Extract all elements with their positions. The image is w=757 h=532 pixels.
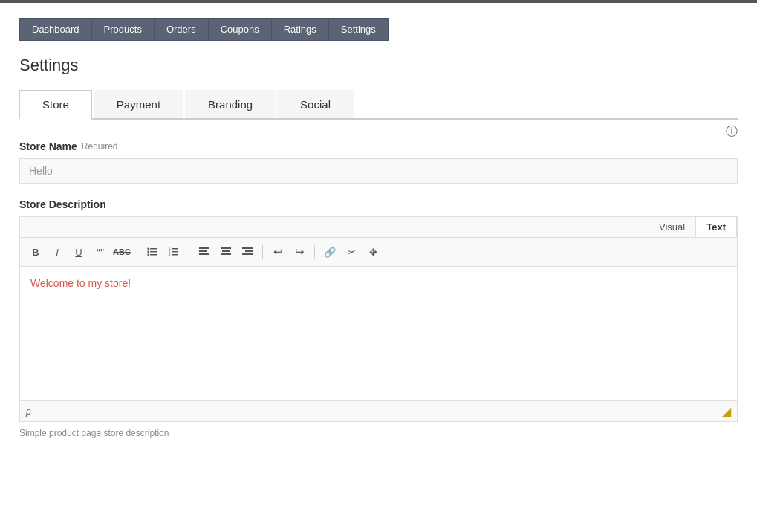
editor-tab-visual[interactable]: Visual: [649, 217, 695, 237]
bold-button[interactable]: B: [26, 242, 45, 262]
svg-text:3.: 3.: [169, 253, 171, 256]
svg-point-4: [147, 251, 149, 253]
toolbar-sep-4: [314, 245, 315, 259]
svg-rect-17: [221, 253, 231, 255]
svg-point-3: [147, 248, 149, 250]
nav-item-ratings[interactable]: Ratings: [271, 18, 328, 41]
tab-branding[interactable]: Branding: [185, 90, 276, 118]
svg-rect-15: [221, 247, 231, 249]
svg-rect-8: [172, 254, 178, 256]
editor-wrapper: Visual Text B I U “” ABC: [19, 216, 738, 422]
store-desc-label: Store Description: [19, 198, 738, 210]
align-left-button[interactable]: [195, 242, 214, 262]
link-button[interactable]: 🔗: [320, 242, 339, 262]
svg-rect-18: [242, 247, 253, 249]
svg-rect-16: [222, 250, 230, 252]
unordered-list-button[interactable]: [143, 242, 162, 262]
nav-item-dashboard[interactable]: Dashboard: [19, 18, 91, 41]
store-desc-section: Store Description Visual Text B I U “” A…: [19, 198, 738, 438]
svg-point-5: [147, 254, 149, 256]
fullscreen-button[interactable]: ✥: [363, 242, 383, 262]
svg-rect-12: [199, 247, 209, 249]
svg-rect-1: [150, 251, 157, 253]
italic-button[interactable]: I: [48, 242, 67, 262]
tab-store[interactable]: Store: [19, 90, 92, 120]
tab-social[interactable]: Social: [277, 90, 354, 118]
store-name-label: Store Name Required: [19, 140, 738, 152]
nav-item-products[interactable]: Products: [91, 18, 154, 41]
editor-footer: p ◢: [20, 400, 737, 421]
settings-tabs: Store Payment Branding Social: [19, 90, 738, 120]
required-text: Required: [82, 141, 118, 152]
blockquote-button[interactable]: “”: [91, 242, 110, 262]
toolbar-sep-3: [262, 245, 263, 259]
editor-resize-icon[interactable]: ◢: [722, 404, 731, 418]
svg-rect-14: [199, 253, 209, 255]
svg-rect-13: [199, 250, 207, 252]
page-title: Settings: [19, 56, 738, 75]
store-name-input[interactable]: [19, 158, 738, 184]
underline-button[interactable]: U: [69, 242, 88, 262]
nav-item-orders[interactable]: Orders: [154, 18, 208, 41]
editor-tab-text[interactable]: Text: [695, 217, 737, 237]
undo-button[interactable]: ↩: [268, 242, 287, 262]
nav-bar: Dashboard Products Orders Coupons Rating…: [0, 3, 757, 41]
svg-rect-19: [245, 250, 253, 252]
ordered-list-button[interactable]: 1. 2. 3.: [164, 242, 183, 262]
editor-tabs: Visual Text: [20, 217, 737, 238]
unlink-button[interactable]: ✂: [342, 242, 361, 262]
align-right-button[interactable]: [238, 242, 257, 262]
editor-content: Welcome to my store!: [30, 277, 727, 289]
svg-rect-2: [150, 254, 157, 256]
svg-rect-7: [172, 251, 178, 253]
footer-note: Simple product page store description: [19, 428, 738, 438]
svg-rect-6: [172, 248, 178, 250]
info-icon[interactable]: ⓘ: [726, 124, 738, 140]
align-center-button[interactable]: [216, 242, 235, 262]
svg-rect-0: [150, 248, 157, 250]
editor-tag: p: [26, 406, 31, 417]
store-name-section: Store Name Required ⓘ: [19, 140, 738, 184]
svg-rect-20: [242, 253, 253, 255]
nav-item-settings[interactable]: Settings: [328, 18, 389, 41]
tab-payment[interactable]: Payment: [94, 90, 183, 118]
editor-toolbar: B I U “” ABC: [20, 238, 737, 267]
strikethrough-button[interactable]: ABC: [112, 242, 131, 262]
nav-item-coupons[interactable]: Coupons: [208, 18, 271, 41]
editor-body[interactable]: Welcome to my store!: [20, 267, 737, 400]
redo-button[interactable]: ↪: [290, 242, 309, 262]
toolbar-sep-1: [137, 245, 137, 259]
toolbar-sep-2: [189, 245, 189, 259]
